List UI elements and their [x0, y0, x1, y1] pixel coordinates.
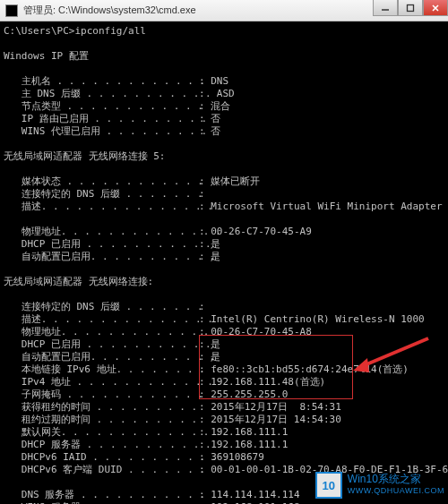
console-kv-line: 默认网关. . . . . . . . . . . . . . : 192.16…	[4, 426, 448, 439]
console-line	[4, 63, 448, 75]
minimize-button[interactable]	[373, 0, 398, 16]
console-kv-line: 自动配置已启用. . . . . . . . . . . : 是	[4, 251, 448, 263]
console-line: Windows IP 配置	[4, 50, 448, 63]
console-line	[4, 38, 448, 50]
svg-rect-1	[408, 4, 414, 11]
console-kv-line: 连接特定的 DNS 后缀 . . . . . . . :	[4, 301, 448, 313]
close-button[interactable]	[423, 0, 448, 16]
console-line	[4, 263, 448, 276]
console-kv-line: IP 路由已启用 . . . . . . . . . . : 否	[4, 113, 448, 125]
watermark: 10 Win10系统之家 WWW.QDHUAWEI.COM	[315, 472, 444, 499]
console-kv-line: 主 DNS 后缀 . . . . . . . . . . . : ASD	[4, 88, 448, 100]
cmd-icon	[5, 4, 18, 17]
console-kv-line: 获得租约的时间 . . . . . . . . . : 2015年12月17日 …	[4, 401, 448, 414]
console-kv-line: DHCPv6 IAID . . . . . . . . . . . : 3691…	[4, 451, 448, 464]
console-kv-line: 描述. . . . . . . . . . . . . . . : Intel(…	[4, 313, 448, 326]
console-kv-line: 本地链接 IPv6 地址. . . . . . . . . : fe80::3c…	[4, 363, 448, 376]
console-line	[4, 138, 448, 150]
console-kv-line: 描述. . . . . . . . . . . . . . . : Micros…	[4, 201, 448, 213]
console-kv-line: 租约过期的时间 . . . . . . . . . : 2015年12月17日 …	[4, 414, 448, 426]
console-line: 无线局域网适配器 无线网络连接:	[4, 276, 448, 288]
console-kv-line: 媒体状态 . . . . . . . . . . . . : 媒体已断开	[4, 175, 448, 188]
console-kv-line: 连接特定的 DNS 后缀 . . . . . . . :	[4, 188, 448, 201]
console-kv-line: DHCP 已启用 . . . . . . . . . . . : 是	[4, 238, 448, 251]
console-output[interactable]: C:\Users\PC>ipconfig/allWindows IP 配置 主机…	[0, 21, 448, 504]
cmd-window: 管理员: C:\Windows\system32\cmd.exe C:\User…	[0, 0, 448, 504]
console-kv-line: 自动配置已启用. . . . . . . . . . . : 是	[4, 351, 448, 363]
console-kv-line: 物理地址. . . . . . . . . . . . . . : 00-26-…	[4, 326, 448, 338]
window-title: 管理员: C:\Windows\system32\cmd.exe	[23, 4, 196, 17]
console-line	[4, 288, 448, 301]
console-kv-line: 子网掩码 . . . . . . . . . . . . : 255.255.2…	[4, 389, 448, 401]
window-buttons	[373, 0, 448, 16]
watermark-line2: WWW.QDHUAWEI.COM	[348, 485, 444, 497]
watermark-line1: Win10系统之家	[348, 474, 444, 485]
watermark-logo: 10	[315, 472, 342, 499]
console-line	[4, 163, 448, 175]
console-kv-line: DHCP 已启用 . . . . . . . . . . . : 是	[4, 338, 448, 351]
console-line: C:\Users\PC>ipconfig/all	[4, 25, 448, 38]
console-kv-line: DHCP 服务器 . . . . . . . . . . . : 192.168…	[4, 439, 448, 451]
maximize-button[interactable]	[398, 0, 423, 16]
watermark-text: Win10系统之家 WWW.QDHUAWEI.COM	[348, 474, 444, 497]
titlebar[interactable]: 管理员: C:\Windows\system32\cmd.exe	[0, 0, 448, 21]
console-kv-line: IPv4 地址 . . . . . . . . . . . . : 192.16…	[4, 376, 448, 389]
console-kv-line: 节点类型 . . . . . . . . . . . . : 混合	[4, 100, 448, 113]
console-line	[4, 213, 448, 226]
console-line: 无线局域网适配器 无线网络连接 5:	[4, 150, 448, 163]
console-kv-line: 物理地址. . . . . . . . . . . . . . : 00-26-…	[4, 226, 448, 238]
console-kv-line: WINS 代理已启用 . . . . . . . . . : 否	[4, 125, 448, 138]
console-kv-line: 主机名 . . . . . . . . . . . . . : DNS	[4, 75, 448, 88]
